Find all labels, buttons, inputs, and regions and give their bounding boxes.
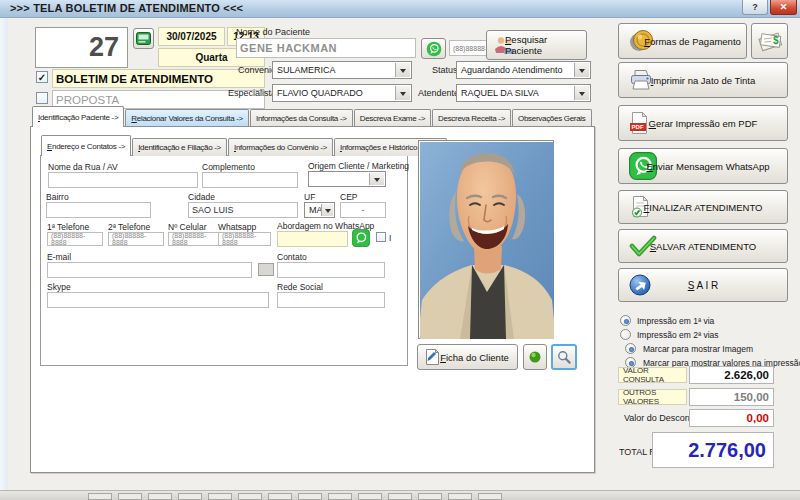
- date-field[interactable]: 30/07/2025: [158, 27, 225, 46]
- patient-whatsapp-button[interactable]: [421, 38, 446, 59]
- complement-input[interactable]: [202, 172, 298, 188]
- taskbar-button[interactable]: [268, 493, 292, 500]
- calendar-icon: [136, 32, 151, 45]
- bairro-input[interactable]: [46, 202, 151, 218]
- exit-arrow-icon: [629, 274, 651, 296]
- especialista-select[interactable]: FLAVIO QUADRADO: [272, 84, 412, 102]
- gerar-pdf-button[interactable]: PDF Gerar Impressão em PDF: [618, 105, 788, 141]
- sair-label: S A I R: [688, 280, 719, 291]
- tab-descreva-exame[interactable]: Descreva Exame ->: [354, 109, 431, 127]
- document-pen-icon: [423, 348, 441, 366]
- status-label: Status: [432, 65, 458, 75]
- tab-informacoes-consulta[interactable]: Informações da Consulta ->: [250, 109, 353, 127]
- uf-label: UF: [304, 192, 315, 202]
- whatsapp-icon: [352, 229, 370, 247]
- tel2-input[interactable]: (88)88888-8888: [108, 232, 164, 246]
- atendente-select[interactable]: RAQUEL DA SILVA: [456, 84, 591, 102]
- chevron-down-icon[interactable]: [395, 63, 410, 77]
- atendente-value: RAQUEL DA SILVA: [461, 88, 539, 98]
- skype-input[interactable]: [47, 292, 269, 308]
- taskbar-button[interactable]: [88, 493, 112, 500]
- inner-tab-strip: Endereço e Contatos -> Identificação e F…: [41, 139, 448, 156]
- patient-name-label: Nome do Paciente: [236, 27, 310, 37]
- email-input[interactable]: [47, 262, 252, 278]
- radio-impressao-2vias[interactable]: [620, 329, 631, 340]
- help-button[interactable]: ?: [742, 0, 768, 15]
- skype-label: Skype: [47, 282, 71, 292]
- taskbar-button[interactable]: [148, 493, 172, 500]
- desconto-value[interactable]: 0,00: [689, 409, 774, 427]
- origin-label: Origem Cliente / Marketing: [308, 161, 409, 171]
- abordagem-whatsapp-button[interactable]: [352, 229, 370, 251]
- taskbar-button[interactable]: [238, 493, 262, 500]
- taskbar-button[interactable]: [298, 493, 322, 500]
- radio-impressao-1via[interactable]: [620, 315, 631, 326]
- svg-text:$: $: [773, 35, 779, 46]
- status-select[interactable]: Aguardando Atendimento: [456, 61, 591, 79]
- refresh-photo-button[interactable]: [523, 344, 547, 370]
- sair-button[interactable]: S A I R: [618, 268, 788, 302]
- taskbar-button[interactable]: [478, 493, 502, 500]
- outros-valores-value[interactable]: 150,00: [689, 388, 774, 406]
- uf-select[interactable]: MA: [304, 202, 335, 218]
- taskbar-button[interactable]: [388, 493, 412, 500]
- enviar-whatsapp-button[interactable]: Enviar Mensagem WhatsApp: [618, 148, 788, 184]
- taskbar-button[interactable]: [118, 493, 142, 500]
- complement-label: Complemento: [202, 162, 255, 172]
- whatsapp-number-input[interactable]: (88)88888-8888: [218, 232, 271, 246]
- taskbar-button[interactable]: [358, 493, 382, 500]
- chevron-down-icon[interactable]: [574, 86, 589, 100]
- email-action-button[interactable]: [258, 263, 274, 276]
- salvar-atendimento-button[interactable]: SALVAR ATENDIMENTO: [618, 229, 788, 263]
- taskbar-button[interactable]: [418, 493, 442, 500]
- imprimir-jato-button[interactable]: Imprimir na Jato de Tinta: [618, 62, 788, 98]
- valor-consulta-label: VALOR CONSULTA: [618, 367, 687, 383]
- tab-informacoes-convenio[interactable]: Informações do Convênio ->: [228, 138, 333, 156]
- taskbar-button[interactable]: [328, 493, 352, 500]
- taskbar-button[interactable]: [448, 493, 472, 500]
- chevron-down-icon[interactable]: [395, 86, 410, 100]
- cep-input[interactable]: -: [340, 202, 386, 218]
- finalizar-atendimento-button[interactable]: FINALIZAR ATENDIMENTO: [618, 190, 788, 224]
- abordagem-check-label: I: [389, 233, 391, 243]
- patient-name-field[interactable]: GENE HACKMAN: [236, 38, 416, 58]
- street-label: Nome da Rua / AV: [48, 162, 118, 172]
- chevron-down-icon[interactable]: [574, 63, 589, 77]
- magnifier-icon: [557, 350, 571, 364]
- ficha-cliente-button[interactable]: Ficha do Cliente: [417, 344, 518, 370]
- tel1-input[interactable]: (88)88888-8888: [47, 232, 103, 246]
- tab-identificacao-paciente[interactable]: Identificação Paciente ->: [32, 106, 124, 127]
- celular-input[interactable]: (88)88888-8888: [168, 232, 224, 246]
- tab-relacionar-valores[interactable]: Relacionar Valores da Consulta ->: [125, 109, 249, 127]
- tab-identificacao-filiacao[interactable]: Identificação e Filiação ->: [132, 138, 227, 156]
- calendar-button[interactable]: [133, 28, 154, 49]
- street-input[interactable]: [48, 172, 198, 188]
- abordagem-checkbox[interactable]: [376, 232, 386, 242]
- tab-endereco-contatos[interactable]: Endereço e Contatos ->: [41, 135, 131, 156]
- proposta-checkbox[interactable]: [36, 92, 48, 104]
- abordagem-input[interactable]: [277, 231, 348, 247]
- cidade-input[interactable]: SAO LUIS: [188, 202, 298, 218]
- search-patient-button[interactable]: Pesquisar Paciente: [486, 30, 587, 60]
- radio-mostrar-imagem[interactable]: [625, 343, 636, 354]
- window-left-border: [0, 18, 8, 500]
- valor-consulta-value[interactable]: 2.626,00: [689, 366, 774, 384]
- zoom-photo-button[interactable]: [551, 344, 577, 370]
- rede-social-input[interactable]: [277, 292, 385, 308]
- chevron-down-icon[interactable]: [369, 173, 384, 185]
- taskbar-button[interactable]: [178, 493, 202, 500]
- taskbar-button[interactable]: [208, 493, 232, 500]
- close-button[interactable]: ✕: [770, 0, 797, 15]
- contato-input[interactable]: [277, 262, 385, 278]
- origin-select[interactable]: [308, 171, 386, 187]
- boletim-checkbox[interactable]: ✓: [36, 71, 48, 83]
- formas-pagamento-button[interactable]: Formas de Pagamento: [618, 23, 747, 59]
- patient-photo: [418, 140, 554, 339]
- tab-descreva-receita[interactable]: Descreva Receita ->: [432, 109, 511, 127]
- cidade-label: Cidade: [188, 192, 215, 202]
- chevron-down-icon[interactable]: [321, 204, 333, 216]
- tab-observacoes-gerais[interactable]: Observações Gerais: [512, 109, 592, 127]
- convenio-select[interactable]: SULAMERICA: [272, 61, 412, 79]
- cheque-button[interactable]: $: [751, 23, 788, 59]
- ticket-number-box: 27: [35, 27, 128, 68]
